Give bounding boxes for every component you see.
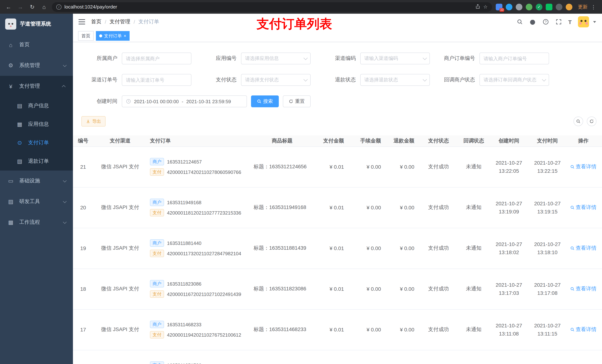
user-avatar[interactable]: [578, 16, 589, 27]
view-detail-link[interactable]: 查看详情: [570, 204, 596, 211]
view-detail-label: 查看详情: [576, 204, 596, 211]
export-button-label: 导出: [92, 118, 101, 125]
merchant-no-line: 商户 1635311351736: [150, 361, 248, 364]
gear-icon: ⚙: [7, 62, 14, 69]
col-header-notify-status: 回调状态: [460, 135, 488, 146]
profile-avatar-icon[interactable]: [566, 3, 572, 10]
chevron-down-icon: [63, 63, 67, 67]
payment-submenu: ▤ 商户信息 ▦ 应用信息 ⊙ 支付订单 ▧ 退款订单: [0, 96, 73, 171]
reload-icon[interactable]: ↻: [28, 3, 36, 10]
back-icon[interactable]: ←: [4, 4, 13, 10]
github-icon[interactable]: [529, 19, 536, 25]
pay-no-line: 支付 4200001181202110277723215336: [150, 209, 248, 216]
bookmark-star-icon[interactable]: ☆: [483, 4, 488, 10]
fullscreen-icon[interactable]: [555, 19, 562, 25]
export-button[interactable]: 导出: [81, 116, 106, 126]
sidebar-item-devtools[interactable]: ▨ 研发工具: [0, 191, 73, 212]
extension-icon-5[interactable]: ✓: [536, 3, 542, 10]
pay-tag: 支付: [150, 209, 164, 216]
breadcrumb-separator: /: [134, 19, 135, 25]
refund-amount: ¥ 0.00: [400, 286, 414, 292]
chevron-down-icon: [304, 56, 308, 60]
notify-status: 未通知: [466, 245, 482, 251]
create-time: 2021-10-27 13:22:05: [495, 160, 522, 174]
app-select[interactable]: 请选择应用信息: [241, 52, 311, 64]
sidebar-item-merchant-info[interactable]: ▤ 商户信息: [0, 96, 73, 115]
breadcrumb-home[interactable]: 首页: [91, 19, 101, 25]
chevron-down-icon: [63, 199, 67, 203]
sidebar-item-pay-order[interactable]: ⊙ 支付订单: [0, 134, 73, 152]
sidebar-item-payment[interactable]: ¥ 支付管理: [0, 76, 73, 96]
search-button[interactable]: 搜索: [251, 95, 279, 107]
sidebar-item-home[interactable]: ⌂ 首页: [0, 34, 73, 55]
view-detail-link[interactable]: 查看详情: [570, 245, 596, 251]
logo-image: [5, 19, 16, 30]
merchant-order-no-input[interactable]: [479, 52, 549, 64]
tab-pay-order[interactable]: 支付订单 ×: [96, 31, 129, 41]
fee-amount: ¥ 0.00: [366, 327, 381, 333]
pay-time: 2021-10-27 13:22:15: [534, 160, 560, 174]
extension-icon-1[interactable]: 10: [496, 3, 502, 10]
forward-icon[interactable]: →: [16, 4, 24, 10]
breadcrumb-current: 支付订单: [139, 19, 159, 25]
sidebar-item-system[interactable]: ⚙ 系统管理: [0, 55, 73, 76]
avatar-dropdown-caret-icon[interactable]: [593, 21, 596, 23]
sidebar-menu: ⌂ 首页 ⚙ 系统管理 ¥ 支付管理 ▤ 商户信息: [0, 34, 73, 233]
pay-time: 2021-10-27 13:11:15: [534, 322, 560, 337]
table-row: 商户 1635311351736 支付: [73, 350, 602, 364]
font-size-icon[interactable]: T: [568, 19, 572, 25]
refresh-icon: [589, 119, 594, 124]
document-icon: ▧: [16, 158, 23, 165]
sidebar-item-refund-order[interactable]: ▧ 退款订单: [0, 152, 73, 171]
address-bar[interactable]: i localhost:1024/pay/order ☆: [52, 2, 492, 12]
create-time-range-picker[interactable]: 2021-10-01 00:00:00 - 2021-10-31 23:59:5…: [122, 95, 247, 107]
order-id: 17: [80, 327, 86, 333]
filter-label-notify-status: 回调商户状态: [434, 77, 479, 83]
url-text[interactable]: localhost:1024/pay/order: [64, 4, 473, 10]
extension-icon-3[interactable]: [516, 3, 522, 10]
sidebar-item-workflow[interactable]: ▩ 工作流程: [0, 212, 73, 233]
home-icon[interactable]: ⌂: [40, 4, 48, 10]
extension-icon-4[interactable]: [526, 3, 532, 10]
filter-label-merchant: 所属商户: [77, 55, 122, 62]
chrome-menu-icon[interactable]: ⋮: [591, 4, 596, 10]
pay-status: 支付成功: [428, 245, 449, 251]
tab-close-icon[interactable]: ×: [124, 34, 126, 38]
sidebar-logo[interactable]: 芋道管理系统: [0, 14, 73, 34]
chevron-down-icon: [542, 77, 546, 82]
chevron-down-icon: [304, 77, 308, 82]
pay-status: 支付成功: [428, 286, 449, 291]
filter-label-channel-order-no: 渠道订单号: [77, 77, 122, 83]
breadcrumb-payment[interactable]: 支付管理: [110, 19, 130, 25]
sidebar-item-infrastructure[interactable]: ▭ 基础设施: [0, 171, 73, 191]
refund-amount: ¥ 0.00: [400, 164, 414, 170]
magnifier-icon: [570, 165, 575, 169]
tab-home[interactable]: 首页: [78, 31, 94, 41]
view-detail-link[interactable]: 查看详情: [570, 326, 596, 333]
extension-icon-7[interactable]: [556, 3, 562, 10]
view-detail-link[interactable]: 查看详情: [570, 164, 596, 170]
refund-status-select[interactable]: 请选择退款状态: [360, 74, 430, 86]
share-icon[interactable]: [475, 4, 480, 10]
extension-icon-6[interactable]: [546, 3, 552, 10]
chrome-update-button[interactable]: 更新: [578, 3, 588, 10]
monitor-icon: ▭: [7, 177, 14, 184]
view-detail-link[interactable]: 查看详情: [570, 286, 596, 292]
channel-order-no-input[interactable]: [122, 74, 191, 86]
channel-code-select[interactable]: 请输入渠道编码: [360, 52, 430, 64]
sidebar-item-app-info[interactable]: ▦ 应用信息: [0, 115, 73, 134]
breadcrumb-separator: /: [105, 19, 106, 25]
site-info-icon[interactable]: i: [56, 4, 62, 10]
merchant-select-input[interactable]: [122, 52, 191, 64]
refresh-table-button[interactable]: [587, 116, 596, 126]
refund-amount: ¥ 0.00: [400, 205, 414, 210]
extension-icon-2[interactable]: [506, 3, 512, 10]
pay-status-select[interactable]: 请选择支付状态: [241, 74, 311, 86]
notify-status-select[interactable]: 请选择订单回调商户状态: [479, 74, 549, 86]
hamburger-icon[interactable]: [78, 19, 85, 24]
help-icon[interactable]: ?: [542, 19, 549, 25]
toggle-search-button[interactable]: [573, 116, 583, 126]
search-icon[interactable]: [516, 19, 523, 25]
reset-button[interactable]: 重置: [283, 95, 311, 107]
refresh-icon: [289, 99, 293, 104]
